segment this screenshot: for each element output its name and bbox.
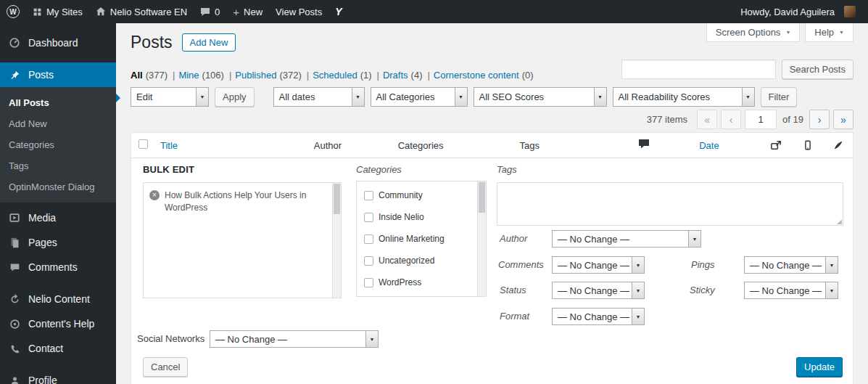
- screen-options-label: Screen Options: [716, 27, 781, 38]
- dates-filter-select[interactable]: All dates ▼: [273, 87, 365, 107]
- submenu-optinmonster-dialog[interactable]: OptinMonster Dialog: [0, 176, 116, 197]
- scrollbar-thumb[interactable]: [334, 184, 340, 214]
- tags-textarea[interactable]: ◢: [497, 182, 843, 226]
- last-page-button[interactable]: »: [833, 110, 853, 129]
- category-label: Inside Nelio: [379, 212, 424, 222]
- new-content-menu[interactable]: + New: [226, 0, 269, 23]
- help-button[interactable]: Help ▼: [805, 23, 853, 42]
- add-new-button[interactable]: Add New: [182, 33, 236, 52]
- screen-meta: Screen Options ▼ Help ▼: [706, 23, 853, 42]
- view-link-published[interactable]: Published: [235, 70, 276, 81]
- sidebar-item-media[interactable]: Media: [0, 205, 116, 230]
- column-comments-cell: [635, 139, 696, 152]
- view-link-mine[interactable]: Mine: [178, 70, 199, 81]
- category-checkbox[interactable]: [364, 278, 373, 287]
- scrollbar[interactable]: [477, 181, 486, 296]
- site-name-menu[interactable]: Nelio Software EN: [89, 0, 194, 23]
- sidebar-item-posts[interactable]: Posts: [0, 62, 116, 87]
- comment-bubble-icon: [200, 7, 210, 17]
- sidebar-item-profile[interactable]: Profile: [0, 368, 116, 384]
- category-option: Uncategorized: [357, 250, 486, 271]
- view-link-drafts[interactable]: Drafts: [383, 70, 408, 81]
- sidebar-item-contact[interactable]: Contact: [0, 336, 116, 361]
- yoast-menu[interactable]: Y: [328, 0, 348, 23]
- author-select[interactable]: — No Change — ▼: [552, 230, 701, 248]
- next-page-button[interactable]: ›: [809, 110, 830, 129]
- bulk-action-select[interactable]: Edit ▼: [131, 87, 209, 107]
- view-count: (0): [522, 70, 534, 81]
- active-menu-arrow: [116, 94, 125, 102]
- sidebar-item-nelio-content[interactable]: Nelio Content: [0, 287, 116, 311]
- wordpress-logo-icon: W: [7, 5, 20, 18]
- admin-bar-right: Howdy, David Aguilera: [734, 0, 868, 23]
- view-link-cornerstone[interactable]: Cornerstone content: [434, 70, 519, 81]
- select-value: — No Change —: [553, 309, 632, 324]
- posts-submenu: All Posts Add New Categories Tags OptinM…: [0, 87, 116, 203]
- category-checkbox[interactable]: [364, 191, 373, 200]
- dropdown-arrow-icon: ▼: [688, 231, 700, 247]
- submenu-all-posts[interactable]: All Posts: [0, 92, 116, 113]
- sidebar-item-comments[interactable]: Comments: [0, 255, 116, 279]
- category-checkbox[interactable]: [364, 213, 373, 222]
- account-menu[interactable]: Howdy, David Aguilera: [734, 0, 862, 23]
- scrollbar-thumb[interactable]: [479, 182, 485, 213]
- column-title-cell: Title: [157, 140, 311, 151]
- pings-select[interactable]: — No Change — ▼: [744, 256, 838, 274]
- seo-scores-filter-select[interactable]: All SEO Scores ▼: [474, 87, 607, 107]
- admin-bar-comments[interactable]: 0: [194, 0, 226, 23]
- column-date[interactable]: Date: [699, 140, 719, 151]
- wordpress-logo-menu[interactable]: W: [0, 0, 26, 23]
- comments-column-icon[interactable]: [638, 139, 650, 150]
- cancel-button[interactable]: Cancel: [143, 357, 188, 377]
- category-checkbox[interactable]: [364, 256, 373, 266]
- apply-button[interactable]: Apply: [215, 87, 255, 107]
- comments-select[interactable]: — No Change — ▼: [552, 256, 645, 274]
- view-count: (106): [202, 70, 224, 81]
- select-all-cell: [131, 139, 157, 151]
- sidebar-item-label: Pages: [28, 237, 57, 248]
- column-categories-cell: Categories: [395, 140, 517, 151]
- submenu-add-new[interactable]: Add New: [0, 113, 116, 134]
- view-posts-menu[interactable]: View Posts: [269, 0, 328, 23]
- column-title[interactable]: Title: [160, 140, 178, 151]
- submenu-tags[interactable]: Tags: [0, 155, 116, 176]
- social-networks-select[interactable]: — No Change — ▼: [210, 330, 379, 348]
- submenu-categories[interactable]: Categories: [0, 134, 116, 155]
- sidebar-item-contents-help[interactable]: Content's Help: [0, 311, 116, 336]
- category-checkbox[interactable]: [364, 234, 373, 244]
- select-all-checkbox[interactable]: [139, 139, 148, 149]
- search-input[interactable]: [621, 60, 776, 79]
- view-link-scheduled[interactable]: Scheduled: [313, 70, 357, 81]
- format-select[interactable]: — No Change — ▼: [552, 308, 645, 325]
- filter-button[interactable]: Filter: [761, 87, 798, 107]
- remove-post-icon[interactable]: ×: [149, 190, 160, 200]
- view-filter-cornerstone: Cornerstone content (0): [434, 70, 534, 81]
- admin-bar: W My Sites Nelio Software EN 0: [0, 0, 868, 23]
- column-tags-cell: Tags: [516, 140, 635, 151]
- screen-options-button[interactable]: Screen Options ▼: [706, 23, 801, 42]
- scrollbar[interactable]: [332, 183, 341, 298]
- view-link-all[interactable]: All: [131, 70, 143, 81]
- categories-filter-select[interactable]: All Categories ▼: [371, 87, 468, 107]
- sidebar-item-pages[interactable]: Pages: [0, 230, 116, 255]
- grid-icon: [33, 7, 42, 17]
- view-filter-drafts: Drafts (4): [383, 70, 434, 81]
- select-value: — No Change —: [745, 282, 825, 298]
- sidebar-item-dashboard[interactable]: Dashboard: [0, 30, 116, 55]
- current-page-input[interactable]: [745, 110, 777, 129]
- quill-column-icon[interactable]: [832, 139, 844, 151]
- update-button[interactable]: Update: [796, 357, 843, 377]
- search-posts-button[interactable]: Search Posts: [782, 60, 853, 79]
- bulk-edit-posts-list: × How Bulk Actions Help Your Users in Wo…: [143, 182, 342, 298]
- first-page-button[interactable]: «: [697, 110, 717, 129]
- previous-page-button[interactable]: ‹: [721, 110, 741, 129]
- status-select[interactable]: — No Change — ▼: [552, 282, 645, 299]
- dashboard-icon: [7, 36, 22, 50]
- resize-handle-icon[interactable]: ◢: [837, 218, 842, 225]
- my-sites-menu[interactable]: My Sites: [26, 0, 89, 23]
- share-column-icon[interactable]: [770, 139, 782, 152]
- pin-icon: [7, 68, 22, 82]
- sticky-select[interactable]: — No Change — ▼: [744, 282, 838, 299]
- mobile-column-icon[interactable]: [802, 139, 814, 152]
- readability-scores-filter-select[interactable]: All Readability Scores ▼: [613, 87, 755, 107]
